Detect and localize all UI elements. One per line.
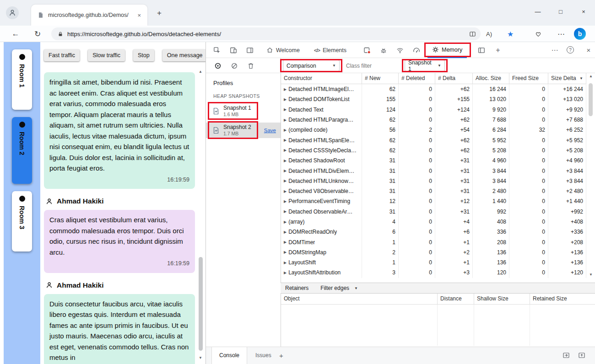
table-scrollbar-thumb[interactable] (589, 83, 593, 116)
row-expand-icon[interactable]: ▶ (284, 271, 287, 275)
row-expand-icon[interactable]: ▶ (284, 118, 287, 122)
bug-icon[interactable] (377, 42, 390, 58)
col-distance[interactable]: Distance (438, 294, 474, 304)
row-expand-icon[interactable]: ▶ (284, 240, 287, 244)
devtools-more-icon[interactable]: ⋯ (548, 42, 561, 58)
col-size-delta[interactable]: Size Delta ▼ (548, 73, 586, 84)
tab-welcome[interactable]: Welcome (262, 42, 304, 58)
row-expand-icon[interactable]: ▶ (284, 128, 287, 132)
drawer-tab-console[interactable]: Console (211, 347, 247, 364)
tab-close-icon[interactable]: × (135, 12, 143, 19)
read-aloud-icon[interactable]: A) (486, 26, 492, 42)
heap-table-row[interactable]: ▶DOMStringMap20+21360+136 (281, 247, 586, 257)
traffic-button[interactable]: One message (162, 49, 206, 61)
perspective-select[interactable]: Comparison ▼ (283, 60, 340, 71)
col-delta[interactable]: # Delta (435, 73, 473, 84)
profile-avatar[interactable] (6, 6, 19, 19)
heap-table-row[interactable]: ▶Detached DOMTokenList1550+15513 0200+13… (281, 94, 586, 104)
row-expand-icon[interactable]: ▶ (284, 87, 287, 91)
row-expand-icon[interactable]: ▶ (284, 148, 287, 152)
drawer-tab-issues[interactable]: Issues (248, 347, 279, 364)
row-expand-icon[interactable]: ▶ (284, 209, 287, 214)
col-shallow-size[interactable]: Shallow Size (474, 294, 530, 304)
inspect-icon[interactable] (211, 42, 223, 58)
dock-drawer-icon[interactable] (563, 352, 570, 359)
heap-table-row[interactable]: ▶Detached HTMLSpanEle…620+625 9520+5 952 (281, 135, 586, 145)
performance-icon[interactable] (410, 42, 423, 58)
traffic-button[interactable]: Stop (133, 49, 154, 61)
delete-profiles-icon[interactable] (244, 58, 257, 73)
heap-table-row[interactable]: ▶Detached HTMLDivElem…310+313 8440+3 844 (281, 166, 586, 176)
row-expand-icon[interactable]: ▶ (284, 250, 287, 254)
retainers-tab[interactable]: Retainers (285, 285, 308, 291)
heap-table-row[interactable]: ▶PerformanceEventTiming120+121 4400+1 44… (281, 196, 586, 206)
heap-table-row[interactable]: ▶Detached HTMLParagra…620+627 6880+7 688 (281, 115, 586, 125)
split-screen-icon[interactable] (469, 31, 476, 37)
settings-more-icon[interactable]: ⋯ (555, 26, 568, 42)
col-alloc-size[interactable]: Alloc. Size (473, 73, 509, 84)
filter-edges-dropdown[interactable]: Filter edges ▼ (320, 285, 358, 291)
scroll-up-icon[interactable]: ▲ (586, 73, 595, 80)
refresh-button[interactable]: ↻ (31, 26, 44, 42)
drawer-add-tab-button[interactable]: + (279, 347, 283, 364)
heap-table-row[interactable]: ▶LayoutShiftAttribution30+31200+120 (281, 268, 586, 278)
traffic-button[interactable]: Fast traffic (44, 49, 80, 61)
network-icon[interactable] (394, 42, 406, 58)
dock-side-icon[interactable] (243, 42, 256, 58)
save-snapshot-link[interactable]: Save (264, 128, 276, 133)
row-expand-icon[interactable]: ▶ (284, 138, 287, 142)
address-bar[interactable]: https://microsoftedge.github.io/Demos/de… (51, 27, 481, 40)
scroll-up-icon[interactable]: ▲ (197, 69, 204, 75)
detached-elements-icon[interactable] (361, 42, 373, 58)
chat-scrollbar-thumb[interactable] (199, 257, 203, 351)
bing-copilot-icon[interactable]: b (574, 28, 586, 40)
col-object[interactable]: Object (281, 294, 438, 304)
devtools-close-icon[interactable]: × (582, 42, 595, 58)
col-freed-size[interactable]: Freed Size (509, 73, 548, 84)
favorites-star-icon[interactable]: ★ (507, 26, 514, 42)
new-tab-button[interactable]: + (154, 8, 165, 19)
row-expand-icon[interactable]: ▶ (284, 107, 287, 112)
device-emulation-icon[interactable] (227, 42, 240, 58)
col-retained-size[interactable]: Retained Size (530, 294, 595, 304)
heap-table-row[interactable]: ▶Detached V8Observable…310+312 4800+2 48… (281, 186, 586, 196)
heap-table-row[interactable]: ▶(array)40+44080+408 (281, 217, 586, 227)
record-snapshot-icon[interactable] (211, 58, 224, 73)
traffic-button[interactable]: Slow traffic (88, 49, 125, 61)
expand-drawer-icon[interactable] (578, 352, 585, 359)
room-tab[interactable]: Room 3 (12, 191, 32, 252)
room-tab[interactable]: Room 1 (12, 49, 32, 110)
scroll-down-icon[interactable]: ▼ (197, 355, 204, 361)
row-expand-icon[interactable]: ▶ (284, 159, 287, 163)
col-new[interactable]: # New (362, 73, 399, 84)
heap-table-row[interactable]: ▶DOMTimer10+12080+208 (281, 237, 586, 247)
heap-table-row[interactable]: ▶Detached HTMLImageEl…620+6216 2440+16 2… (281, 84, 586, 94)
window-maximize-button[interactable]: □ (549, 0, 572, 23)
class-filter-input[interactable] (346, 61, 400, 70)
heap-table-row[interactable]: ▶Detached ObservableAr…310+319920+992 (281, 207, 586, 217)
window-minimize-button[interactable]: — (526, 0, 549, 23)
row-expand-icon[interactable]: ▶ (284, 220, 287, 224)
window-close-button[interactable]: × (572, 0, 595, 23)
more-tools-button[interactable]: + (492, 42, 504, 58)
row-expand-icon[interactable]: ▶ (284, 261, 287, 265)
base-snapshot-select[interactable]: Snapshot 1 ▼ (405, 60, 445, 71)
layout-panel-icon[interactable] (475, 42, 488, 58)
browser-tab[interactable]: microsoftedge.github.io/Demos/ × (31, 5, 147, 26)
row-expand-icon[interactable]: ▶ (284, 179, 287, 183)
heap-snapshot-item[interactable]: Snapshot 11.6 MB (206, 103, 281, 119)
row-expand-icon[interactable]: ▶ (284, 97, 287, 102)
help-icon[interactable]: ? (567, 46, 574, 54)
tab-memory[interactable]: Memory (427, 42, 467, 58)
heap-table-row[interactable]: ▶Detached Text1240+1249 9200+9 920 (281, 105, 586, 115)
scroll-down-icon[interactable]: ▼ (586, 272, 595, 278)
row-expand-icon[interactable]: ▶ (284, 189, 287, 193)
back-button[interactable]: ← (9, 26, 22, 42)
col-constructor[interactable]: Constructor (281, 73, 362, 84)
heap-table-row[interactable]: ▶Detached CSSStyleDecla…620+625 2080+5 2… (281, 145, 586, 155)
browser-essentials-icon[interactable] (535, 26, 542, 42)
heap-table-row[interactable]: ▶Detached ShadowRoot310+314 9600+4 960 (281, 155, 586, 166)
row-expand-icon[interactable]: ▶ (284, 230, 287, 234)
col-deleted[interactable]: # Deleted (399, 73, 435, 84)
row-expand-icon[interactable]: ▶ (284, 169, 287, 173)
